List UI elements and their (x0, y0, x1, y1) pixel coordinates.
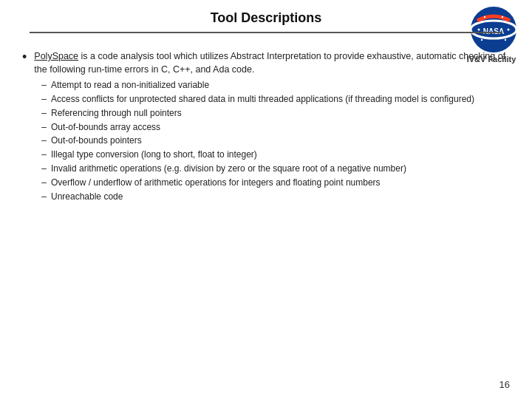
dash-icon: – (41, 163, 47, 175)
list-item: –Out-of-bounds array access (41, 121, 510, 134)
sub-item-text: Attempt to read a non-initialized variab… (51, 79, 209, 92)
svg-point-7 (481, 39, 482, 41)
bullet-text: PolySpace is a code analysis tool which … (34, 50, 510, 204)
dash-icon: – (41, 191, 47, 203)
page-title: Tool Descriptions (15, 10, 517, 26)
dash-icon: – (41, 107, 47, 120)
list-item: –Overflow / underflow of arithmetic oper… (41, 177, 510, 189)
dash-icon: – (41, 93, 47, 106)
ivv-facility-label: IV&V Facility (466, 55, 517, 64)
dash-icon: – (41, 177, 47, 189)
sub-item-text: Overflow / underflow of arithmetic opera… (51, 177, 381, 189)
sub-item-text: Illegal type conversion (long to short, … (51, 149, 257, 161)
polyspace-name: PolySpace (34, 51, 78, 61)
sub-item-text: Out-of-bounds pointers (51, 134, 142, 147)
dash-icon: – (41, 121, 47, 134)
list-item: –Referencing through null pointers (41, 107, 510, 120)
sub-item-text: Out-of-bounds array access (51, 121, 160, 134)
dash-icon: – (41, 79, 47, 92)
slide: NASA Tool Descriptions IV&V Facility • P… (0, 0, 532, 399)
content-area: • PolySpace is a code analysis tool whic… (0, 39, 532, 216)
sub-items-list: –Attempt to read a non-initialized varia… (41, 79, 510, 202)
page-number: 16 (499, 379, 510, 390)
intro-text: is a code analysis tool which utilizes A… (34, 51, 505, 75)
sub-item-text: Invalid arithmetic operations (e.g. divi… (51, 163, 406, 175)
dash-icon: – (41, 134, 47, 147)
list-item: –Unreachable code (41, 191, 510, 203)
list-item: –Access conflicts for unprotected shared… (41, 93, 510, 106)
sub-item-text: Unreachable code (51, 191, 123, 203)
header: Tool Descriptions (0, 0, 532, 39)
list-item: –Out-of-bounds pointers (41, 134, 510, 147)
list-item: –Attempt to read a non-initialized varia… (41, 79, 510, 92)
bullet-dot: • (22, 50, 27, 66)
sub-item-text: Referencing through null pointers (51, 107, 182, 120)
dash-icon: – (41, 149, 47, 161)
list-item: –Illegal type conversion (long to short,… (41, 149, 510, 161)
header-divider (30, 32, 502, 33)
svg-point-8 (505, 39, 506, 41)
sub-item-text: Access conflicts for unprotected shared … (51, 93, 474, 106)
list-item: –Invalid arithmetic operations (e.g. div… (41, 163, 510, 175)
main-bullet: • PolySpace is a code analysis tool whic… (22, 50, 510, 204)
